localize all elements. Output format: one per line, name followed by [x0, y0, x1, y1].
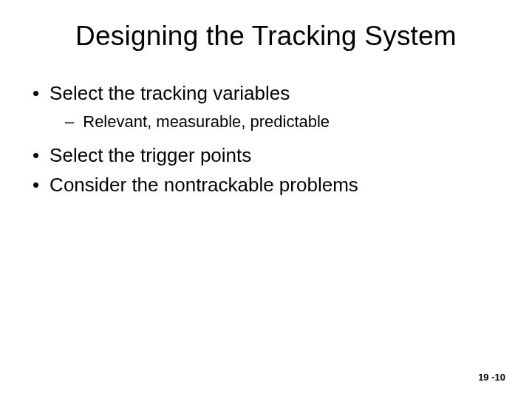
list-item: • Select the tracking variables	[33, 81, 505, 105]
bullet-dot-icon: •	[33, 173, 39, 197]
bullet-dot-icon: •	[33, 143, 39, 167]
list-item: • Consider the nontrackable problems	[33, 173, 505, 197]
bullet-text: Select the tracking variables	[50, 81, 290, 105]
bullet-text: Consider the nontrackable problems	[50, 173, 358, 197]
bullet-text: Select the trigger points	[50, 143, 251, 167]
bullet-sub-text: Relevant, measurable, predictable	[83, 111, 330, 133]
slide-title: Designing the Tracking System	[27, 21, 505, 52]
bullet-dot-icon: •	[33, 81, 39, 105]
list-item: • Select the trigger points	[33, 143, 505, 167]
slide-number: 19 -10	[478, 372, 505, 383]
list-item-sub: – Relevant, measurable, predictable	[65, 111, 505, 133]
bullet-dash-icon: –	[65, 111, 74, 133]
slide-content: • Select the tracking variables – Releva…	[27, 81, 505, 197]
